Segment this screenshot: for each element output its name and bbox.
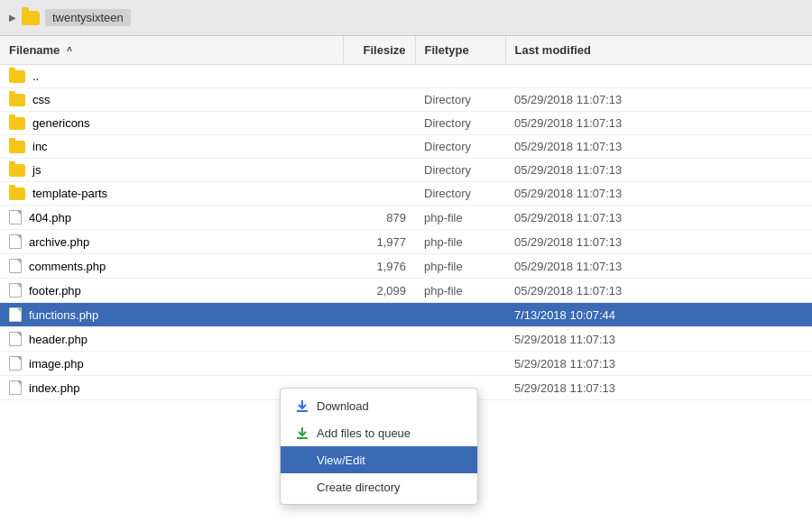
table-header-row: Filename ^ Filesize Filetype Last modifi… — [0, 36, 812, 65]
cell-filetype — [415, 352, 505, 376]
folder-icon — [9, 117, 25, 130]
cell-filetype: php-file — [415, 206, 505, 230]
cell-filename: archive.php — [0, 230, 343, 254]
table-row[interactable]: image.php5/29/2018 11:07:13 — [0, 352, 812, 376]
table-row[interactable]: 404.php879php-file05/29/2018 11:07:13 — [0, 206, 812, 230]
table-row[interactable]: functions.php7/13/2018 10:07:44 — [0, 303, 812, 327]
cell-lastmod: 05/29/2018 11:07:13 — [505, 112, 812, 135]
context-menu-download[interactable]: Download — [281, 392, 477, 419]
folder-icon — [9, 94, 25, 106]
cell-filesize — [343, 327, 415, 352]
table-row[interactable]: .. — [0, 65, 812, 88]
table-row[interactable]: genericonsDirectory05/29/2018 11:07:13 — [0, 112, 812, 135]
cell-lastmod: 05/29/2018 11:07:13 — [505, 254, 812, 279]
folder-icon-top — [22, 11, 40, 25]
cell-filetype: Directory — [415, 182, 505, 206]
cell-filename: js — [0, 159, 343, 182]
cell-filename: css — [0, 88, 343, 112]
cell-filesize: 1,977 — [343, 230, 415, 254]
file-table: Filename ^ Filesize Filetype Last modifi… — [0, 36, 812, 400]
table-row[interactable]: jsDirectory05/29/2018 11:07:13 — [0, 159, 812, 182]
table-row[interactable]: header.php5/29/2018 11:07:13 — [0, 327, 812, 352]
column-header-filetype[interactable]: Filetype — [415, 36, 505, 65]
download-icon — [295, 398, 309, 413]
filename-text: 404.php — [29, 211, 71, 224]
folder-name-label: twentysixteen — [45, 9, 131, 26]
filename-text: css — [32, 93, 51, 106]
context-menu-add-queue[interactable]: Add files to queue — [281, 419, 477, 446]
file-icon — [9, 259, 22, 273]
filename-text: header.php — [29, 333, 88, 346]
file-icon — [9, 283, 22, 298]
cell-lastmod: 05/29/2018 11:07:13 — [505, 230, 812, 254]
folder-icon — [9, 141, 25, 153]
view-edit-icon — [295, 453, 309, 467]
queue-icon — [295, 426, 309, 440]
cell-lastmod: 05/29/2018 11:07:13 — [505, 279, 812, 303]
cell-filesize — [343, 88, 415, 112]
cell-filetype: Directory — [415, 159, 505, 182]
cell-lastmod: 05/29/2018 11:07:13 — [505, 206, 812, 230]
filename-text: template-parts — [32, 187, 107, 200]
context-queue-label: Add files to queue — [317, 426, 411, 440]
context-menu-view-edit[interactable]: View/Edit — [281, 446, 477, 473]
cell-filetype: php-file — [415, 230, 505, 254]
filename-text: archive.php — [29, 235, 89, 249]
cell-filesize — [343, 303, 415, 327]
folder-icon — [9, 164, 25, 177]
cell-filesize — [343, 112, 415, 135]
file-icon — [9, 332, 22, 346]
cell-lastmod: 5/29/2018 11:07:13 — [505, 352, 812, 376]
cell-filename: comments.php — [0, 254, 343, 279]
table-row[interactable]: incDirectory05/29/2018 11:07:13 — [0, 135, 812, 159]
cell-filename: .. — [0, 65, 343, 88]
cell-lastmod: 05/29/2018 11:07:13 — [505, 135, 812, 159]
table-row[interactable]: archive.php1,977php-file05/29/2018 11:07… — [0, 230, 812, 254]
expand-arrow-icon[interactable]: ▶ — [9, 13, 16, 23]
column-header-filesize[interactable]: Filesize — [343, 36, 415, 65]
context-view-edit-label: View/Edit — [317, 453, 365, 467]
filename-text: .. — [32, 69, 39, 83]
breadcrumb: ▶ twentysixteen — [9, 9, 131, 26]
cell-filename: template-parts — [0, 182, 343, 206]
cell-filesize — [343, 159, 415, 182]
file-icon — [9, 307, 22, 322]
cell-filetype: Directory — [415, 112, 505, 135]
file-icon — [9, 234, 22, 249]
filename-text: footer.php — [29, 284, 81, 298]
column-header-filename[interactable]: Filename ^ — [0, 36, 343, 65]
folder-icon — [9, 188, 25, 200]
filename-text: inc — [32, 140, 48, 153]
cell-filename: 404.php — [0, 206, 343, 230]
filename-text: index.php — [29, 381, 79, 395]
cell-filetype: php-file — [415, 254, 505, 279]
cell-lastmod: 05/29/2018 11:07:13 — [505, 88, 812, 112]
cell-filename: inc — [0, 135, 343, 159]
cell-lastmod: 5/29/2018 11:07:13 — [505, 327, 812, 352]
context-menu-create-dir[interactable]: Create directory — [281, 473, 477, 500]
cell-lastmod: 5/29/2018 11:07:13 — [505, 376, 812, 400]
table-row[interactable]: comments.php1,976php-file05/29/2018 11:0… — [0, 254, 812, 279]
file-icon — [9, 380, 22, 395]
cell-lastmod: 05/29/2018 11:07:13 — [505, 182, 812, 206]
cell-filetype: php-file — [415, 279, 505, 303]
column-header-lastmod[interactable]: Last modified — [505, 36, 812, 65]
cell-filetype: Directory — [415, 88, 505, 112]
cell-lastmod: 7/13/2018 10:07:44 — [505, 303, 812, 327]
file-list-container: Filename ^ Filesize Filetype Last modifi… — [0, 36, 812, 522]
cell-filename: functions.php — [0, 303, 343, 327]
context-create-dir-label: Create directory — [317, 481, 400, 494]
cell-filesize: 2,099 — [343, 279, 415, 303]
cell-lastmod: 05/29/2018 11:07:13 — [505, 159, 812, 182]
filename-text: image.php — [29, 357, 84, 371]
cell-filename: genericons — [0, 112, 343, 135]
table-row[interactable]: cssDirectory05/29/2018 11:07:13 — [0, 88, 812, 112]
cell-filetype — [415, 65, 505, 88]
top-bar: ▶ twentysixteen — [0, 0, 812, 36]
cell-filesize — [343, 182, 415, 206]
context-download-label: Download — [317, 399, 369, 413]
file-icon — [9, 356, 22, 371]
table-row[interactable]: template-partsDirectory05/29/2018 11:07:… — [0, 182, 812, 206]
table-row[interactable]: footer.php2,099php-file05/29/2018 11:07:… — [0, 279, 812, 303]
filename-text: js — [32, 163, 41, 177]
